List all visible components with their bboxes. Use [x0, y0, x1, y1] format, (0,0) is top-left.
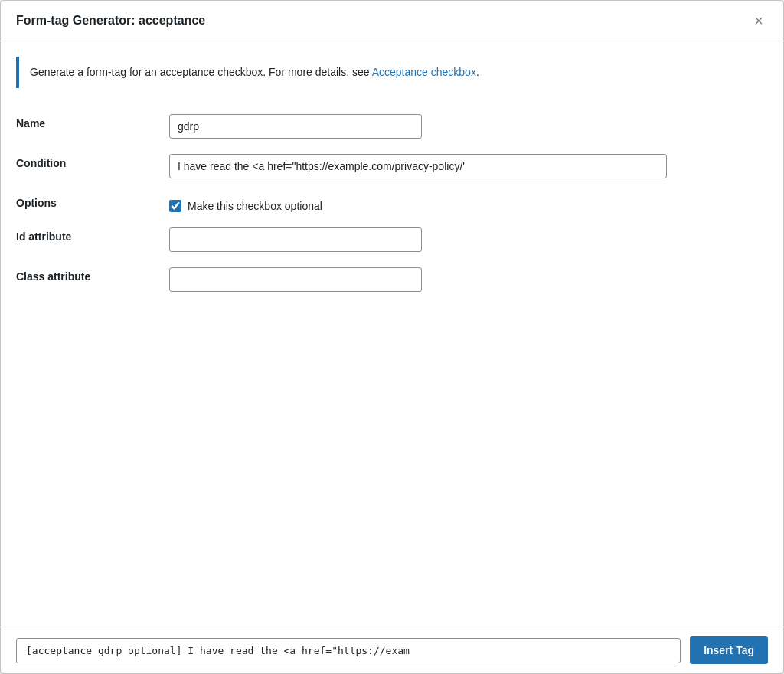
dialog-footer: Insert Tag [1, 627, 783, 673]
id-attribute-row: Id attribute [16, 220, 768, 260]
form-table: Name Condition Options [16, 106, 768, 299]
dialog-header: Form-tag Generator: acceptance × [1, 1, 783, 41]
dialog-title: Form-tag Generator: acceptance [16, 14, 205, 28]
insert-tag-button[interactable]: Insert Tag [690, 636, 768, 664]
condition-label: Condition [16, 146, 169, 186]
condition-input[interactable] [169, 154, 667, 178]
options-checkbox-row: Make this checkbox optional [169, 194, 768, 212]
id-attribute-input[interactable] [169, 227, 422, 252]
acceptance-checkbox-link[interactable]: Acceptance checkbox [372, 66, 476, 78]
optional-checkbox-label[interactable]: Make this checkbox optional [188, 200, 322, 212]
name-row: Name [16, 106, 768, 146]
class-attribute-label: Class attribute [16, 260, 169, 299]
id-attribute-label: Id attribute [16, 220, 169, 260]
info-text-before-link: Generate a form-tag for an acceptance ch… [30, 66, 372, 78]
class-attribute-input[interactable] [169, 267, 422, 292]
info-banner: Generate a form-tag for an acceptance ch… [16, 57, 768, 88]
condition-row: Condition [16, 146, 768, 186]
optional-checkbox[interactable] [169, 200, 181, 212]
dialog-body: Generate a form-tag for an acceptance ch… [1, 41, 783, 627]
form-tag-generator-dialog: Form-tag Generator: acceptance × Generat… [0, 0, 784, 674]
tag-preview-input[interactable] [16, 638, 681, 663]
name-input[interactable] [169, 114, 422, 139]
name-label: Name [16, 106, 169, 146]
class-attribute-row: Class attribute [16, 260, 768, 299]
options-label: Options [16, 186, 169, 220]
options-row: Options Make this checkbox optional [16, 186, 768, 220]
info-text-after-link: . [476, 66, 479, 78]
close-button[interactable]: × [750, 11, 768, 30]
